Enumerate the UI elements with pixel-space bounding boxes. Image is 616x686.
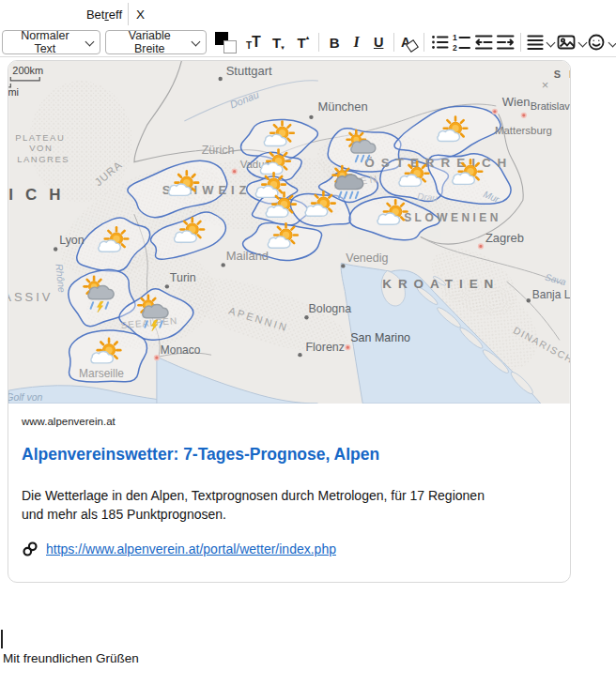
svg-text:ASSIV: ASSIV (8, 290, 53, 304)
preview-title: Alpenvereinswetter: 7-Tages-Prognose, Al… (22, 445, 379, 465)
svg-text:PLATEAU: PLATEAU (15, 132, 65, 143)
compose-window: Betreff Normaler Text Variable Breite TT… (0, 0, 616, 686)
italic-button[interactable]: I (346, 30, 368, 54)
svg-text:Bratislav: Bratislav (531, 100, 570, 112)
svg-text:0mi: 0mi (8, 86, 19, 98)
svg-text:2: 2 (453, 43, 457, 53)
link-chain-icon (22, 541, 38, 557)
svg-text:Monaco: Monaco (161, 343, 201, 357)
toolbar-separator (393, 33, 394, 52)
image-icon (556, 32, 577, 53)
increase-font-size-button[interactable]: T▴ (292, 30, 315, 54)
svg-text:Zagreb: Zagreb (485, 231, 524, 245)
toolbar-separator (318, 33, 319, 52)
paragraph-style-label: Normaler Text (9, 29, 81, 55)
link-preview-card[interactable]: StuttgartDonauPLATEAUVONLANGRESICHJURAZü… (8, 60, 571, 583)
svg-text:Stuttgart: Stuttgart (226, 64, 272, 78)
svg-text:Drau: Drau (417, 191, 439, 204)
outdent-button[interactable] (472, 30, 495, 54)
message-body[interactable]: StuttgartDonauPLATEAUVONLANGRESICHJURAZü… (0, 57, 616, 686)
chevron-down-icon (547, 38, 556, 47)
svg-text:Turin: Turin (170, 271, 196, 284)
link-preview-map: StuttgartDonauPLATEAUVONLANGRESICHJURAZü… (8, 61, 570, 404)
svg-text:Venedig: Venedig (346, 252, 388, 265)
svg-text:Lyon: Lyon (59, 234, 85, 247)
alignment-dropdown[interactable] (525, 30, 555, 54)
font-size-button[interactable]: TT (242, 30, 265, 54)
subject-input[interactable] (129, 2, 616, 26)
subject-label: Betreff (0, 8, 122, 22)
chevron-down-icon (191, 37, 200, 46)
svg-text:KROATIEN: KROATIEN (382, 277, 500, 291)
preview-url-link[interactable]: https://www.alpenverein.at/portal/wetter… (46, 541, 336, 556)
svg-text:Wien: Wien (502, 95, 531, 109)
svg-text:München: München (317, 99, 367, 114)
svg-text:S L: S L (554, 69, 570, 80)
text-color-picker[interactable] (214, 31, 237, 53)
chevron-down-icon (85, 37, 94, 46)
numbered-list-icon: 1 2 (451, 32, 471, 53)
svg-text:Marseille: Marseille (79, 367, 124, 380)
preview-description: Die Wetterlage in den Alpen, Textprognos… (22, 486, 485, 524)
svg-text:VON: VON (29, 143, 53, 153)
bullet-list-button[interactable] (428, 30, 451, 54)
decrease-font-size-button[interactable]: T▾ (268, 30, 290, 54)
insert-image-dropdown[interactable] (555, 30, 585, 54)
indent-icon (495, 32, 516, 53)
svg-text:Mattersburg: Mattersburg (495, 125, 552, 136)
smiley-icon (586, 32, 607, 53)
font-label: Variable Breite (113, 29, 187, 55)
signature-text: Mit freundlichen Grüßen (3, 651, 139, 665)
underline-button[interactable]: U (367, 30, 390, 54)
font-select[interactable]: Variable Breite (105, 30, 207, 54)
svg-text:SLOWENIEN: SLOWENIEN (404, 211, 501, 224)
svg-text:1: 1 (453, 33, 457, 42)
numbered-list-button[interactable]: 1 2 (451, 30, 473, 54)
remove-formatting-button[interactable]: A (398, 30, 421, 54)
preview-link-row: https://www.alpenverein.at/portal/wetter… (22, 541, 336, 557)
bold-button[interactable]: B (323, 30, 346, 54)
svg-text:Zürich: Zürich (202, 144, 235, 157)
format-toolbar: Normaler Text Variable Breite TT T▾ T▴ B… (0, 28, 616, 56)
svg-text:Bologna: Bologna (308, 302, 351, 315)
chevron-down-icon (608, 38, 616, 47)
bullet-list-icon (429, 32, 450, 53)
svg-text:LANGRES: LANGRES (17, 154, 69, 164)
preview-domain: www.alpenverein.at (22, 416, 116, 427)
align-icon (526, 33, 545, 52)
svg-text:×: × (542, 78, 549, 92)
svg-text:200km: 200km (12, 65, 43, 76)
svg-text:ICH: ICH (8, 186, 72, 204)
background-color-swatch (223, 40, 237, 53)
smiley-dropdown[interactable] (586, 30, 616, 54)
paragraph-style-select[interactable]: Normaler Text (2, 30, 100, 54)
svg-text:Golf von: Golf von (8, 392, 42, 403)
indent-button[interactable] (495, 30, 517, 54)
svg-text:San Marino: San Marino (350, 331, 410, 344)
svg-text:Florenz: Florenz (305, 341, 345, 354)
svg-text:Banja L: Banja L (532, 288, 570, 301)
toolbar-separator (520, 33, 521, 52)
outdent-icon (473, 32, 494, 53)
svg-text:Mailand: Mailand (226, 249, 269, 263)
svg-text:ÖSTERREICH: ÖSTERREICH (364, 156, 513, 170)
toolbar-separator (424, 33, 424, 52)
text-cursor (1, 630, 3, 648)
subject-row: Betreff (0, 0, 616, 28)
